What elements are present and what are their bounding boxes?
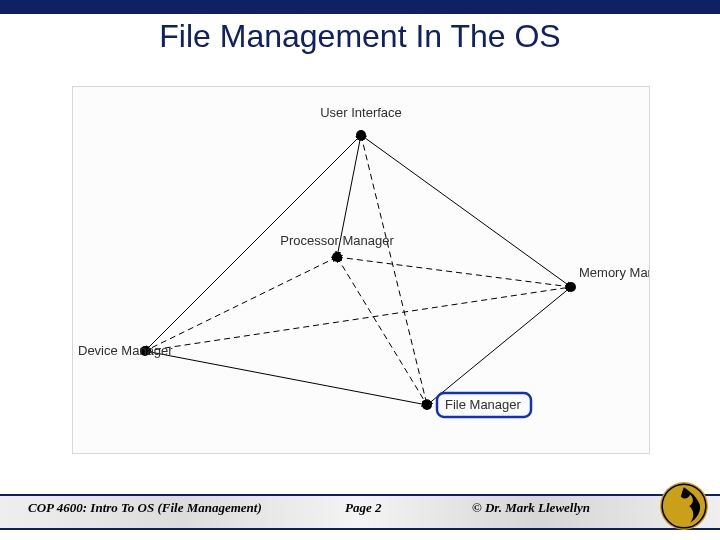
slide-title: File Management In The OS [0,18,720,55]
node-file [422,400,432,410]
svg-line-1 [427,287,571,405]
os-managers-diagram: User Interface Processor Manager Memory … [72,86,650,454]
label-ui: User Interface [320,105,402,120]
diagram-nodes [140,130,576,410]
slide-footer: COP 4600: Intro To OS (File Management) … [0,488,720,532]
label-memory: Memory Manager [579,265,649,280]
label-processor: Processor Manager [280,233,394,248]
label-file: File Manager [445,397,522,412]
svg-line-2 [145,351,427,405]
top-accent-bar [0,0,720,14]
label-device: Device Manager [78,343,173,358]
svg-line-7 [337,257,427,405]
footer-course: COP 4600: Intro To OS (File Management) [28,500,262,516]
node-memory [566,282,576,292]
slide: File Management In The OS [0,0,720,540]
footer-author: © Dr. Mark Llewellyn [472,500,590,516]
svg-line-9 [145,287,571,351]
node-processor [332,252,342,262]
ucf-logo-icon [658,480,710,532]
node-ui [356,130,366,140]
footer-page: Page 2 [345,500,381,516]
svg-line-6 [145,257,337,351]
diagram-dashed-edges [145,135,571,405]
diagram-solid-edges [145,135,571,405]
